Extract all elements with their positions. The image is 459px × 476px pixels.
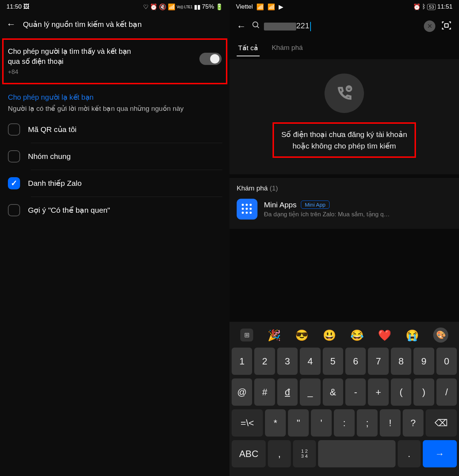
option-namecard[interactable]: Danh thiếp Zalo <box>0 170 230 197</box>
key-symbols[interactable]: =\< <box>232 409 263 437</box>
key[interactable]: " <box>288 409 309 437</box>
key[interactable]: 9 <box>413 348 434 375</box>
alarm-icon: ⏰ <box>413 3 421 11</box>
carrier-label: Viettel <box>236 3 253 10</box>
gallery-icon: 🖼 <box>23 3 29 10</box>
emoji[interactable]: 😭 <box>406 329 419 341</box>
key[interactable]: 1 <box>232 348 252 375</box>
key-backspace[interactable]: ⌫ <box>426 409 457 437</box>
key[interactable]: 6 <box>345 348 366 375</box>
emoji[interactable]: 😂 <box>350 329 364 341</box>
key[interactable]: 0 <box>436 348 457 375</box>
key[interactable]: + <box>368 378 388 406</box>
mute-icon: 🔇 <box>159 3 166 11</box>
emoji[interactable]: 😎 <box>295 329 308 341</box>
signal-icon: ▮▮ <box>194 3 200 11</box>
discover-section: Khám phá (1) Mini Apps Mini App Đa dạng … <box>230 178 459 229</box>
discover-title: Khám phá (1) <box>237 184 452 192</box>
battery-pct: 75% <box>202 3 214 10</box>
option-qr[interactable]: Mã QR của tôi <box>0 116 230 143</box>
phone-discover-toggle[interactable] <box>199 53 222 65</box>
option-label: Mã QR của tôi <box>28 125 77 134</box>
status-time: 11:51 <box>437 3 453 10</box>
key[interactable]: 5 <box>323 348 343 375</box>
key[interactable]: ; <box>357 409 378 437</box>
palette-button[interactable]: 🎨 <box>433 327 448 343</box>
mini-app-badge: Mini App <box>301 201 330 209</box>
wifi-icon: 📶 <box>268 3 275 11</box>
key[interactable]: ' <box>311 409 332 437</box>
key[interactable]: 7 <box>368 348 388 375</box>
option-suggest[interactable]: Gợi ý "Có thể bạn quen" <box>0 197 230 223</box>
keyboard: ⊞ 🎉 😎 😃 😂 ❤️ 😭 🎨 1234567890 @#đ_&-+()/ =… <box>230 322 459 476</box>
tab-discover[interactable]: Khám phá <box>270 40 304 56</box>
key[interactable]: _ <box>300 378 320 406</box>
checkbox[interactable] <box>8 150 20 162</box>
item-subtitle: Đa dạng tiện ích trên Zalo: Mua sắm, tặn… <box>264 211 452 218</box>
search-value: 221 <box>264 21 311 31</box>
search-header: ← 221 ✕ <box>230 14 459 39</box>
key[interactable]: * <box>265 409 286 437</box>
emoji[interactable]: 😃 <box>323 329 336 341</box>
search-field[interactable]: 221 <box>252 21 418 32</box>
key-comma[interactable]: , <box>268 440 291 467</box>
option-label: Danh thiếp Zalo <box>28 179 82 188</box>
checkbox[interactable] <box>8 123 20 136</box>
back-icon[interactable]: ← <box>237 21 246 32</box>
svg-rect-1 <box>445 24 448 27</box>
signal-icon: 📶 <box>256 3 264 11</box>
key[interactable]: ? <box>403 409 423 437</box>
screen-search: Viettel 📶 📶 ▶ ⏰ ᛒ 53 11:51 ← 221 ✕ Tất c… <box>230 0 459 476</box>
item-name: Mini Apps <box>264 201 297 209</box>
key-abc[interactable]: ABC <box>232 440 266 467</box>
screen-settings: 11:50 🖼 ♡ ⏰ 🔇 📶 Vo)) LTE1 ▮▮ 75% 🔋 ← Quả… <box>0 0 230 476</box>
lte-icon: Vo)) LTE1 <box>177 5 193 9</box>
mini-apps-item[interactable]: Mini Apps Mini App Đa dạng tiện ích trên… <box>237 199 452 220</box>
phone-warning-icon <box>325 74 364 113</box>
back-icon[interactable]: ← <box>6 19 16 30</box>
redacted <box>264 23 296 30</box>
key[interactable]: : <box>334 409 355 437</box>
key[interactable]: 8 <box>391 348 411 375</box>
key-space[interactable] <box>318 440 396 467</box>
qr-scan-button[interactable] <box>441 20 452 32</box>
key[interactable]: 4 <box>300 348 320 375</box>
key[interactable]: ( <box>391 378 411 406</box>
battery-icon: 53 <box>427 4 436 10</box>
youtube-icon: ▶ <box>279 3 283 11</box>
key-go[interactable]: → <box>423 440 457 467</box>
toggle-label-line1: Cho phép người lạ tìm thấy và kết bạn <box>8 46 131 56</box>
emoji-picker-button[interactable]: ⊞ <box>240 329 253 341</box>
option-group[interactable]: Nhóm chung <box>0 143 230 170</box>
key[interactable]: ! <box>380 409 401 437</box>
emoji[interactable]: 🎉 <box>268 329 281 341</box>
clear-search-button[interactable]: ✕ <box>424 20 435 32</box>
alarm-icon: ⏰ <box>150 3 157 11</box>
toggle-phone-number: +84 <box>8 69 131 76</box>
tab-all[interactable]: Tất cả <box>237 40 260 56</box>
not-found-message: Số điện thoại chưa đăng ký tài khoản hoặ… <box>273 122 416 158</box>
toggle-label-line2: qua số điện thoại <box>8 56 131 66</box>
key[interactable]: @ <box>232 378 252 406</box>
status-time: 11:50 <box>6 3 22 10</box>
key[interactable]: & <box>323 378 343 406</box>
phone-discover-toggle-row: Cho phép người lạ tìm thấy và kết bạn qu… <box>2 38 227 84</box>
section-desc: Người lạ có thể gửi lời mời kết bạn qua … <box>0 104 230 116</box>
key[interactable]: # <box>254 378 275 406</box>
key[interactable]: / <box>436 378 457 406</box>
battery-icon: 🔋 <box>216 3 223 11</box>
key[interactable]: ) <box>413 378 434 406</box>
checkbox[interactable] <box>8 204 20 216</box>
search-tabs: Tất cả Khám phá <box>230 39 459 56</box>
status-bar-right: Viettel 📶 📶 ▶ ⏰ ᛒ 53 11:51 <box>230 0 459 14</box>
key[interactable]: 3 <box>277 348 298 375</box>
key[interactable]: 2 <box>254 348 275 375</box>
key-numpad[interactable]: 1 2 3 4 <box>293 440 316 467</box>
search-result: Số điện thoại chưa đăng ký tài khoản hoặ… <box>230 59 459 174</box>
key[interactable]: - <box>345 378 366 406</box>
section-title: Cho phép người lạ kết bạn <box>0 84 230 104</box>
key-dot[interactable]: . <box>398 440 421 467</box>
key[interactable]: đ <box>277 378 298 406</box>
checkbox-checked[interactable] <box>8 177 20 189</box>
emoji[interactable]: ❤️ <box>378 329 391 341</box>
